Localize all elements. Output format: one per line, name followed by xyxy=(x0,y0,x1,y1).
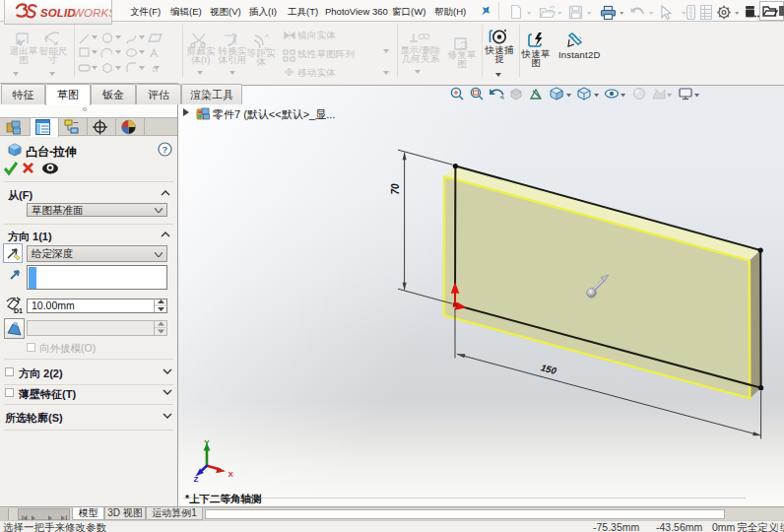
svg-text:?: ? xyxy=(163,144,168,155)
svg-text:D1: D1 xyxy=(14,307,23,314)
svg-text:WORKS: WORKS xyxy=(73,7,111,19)
svg-text:SOLID: SOLID xyxy=(40,7,76,19)
